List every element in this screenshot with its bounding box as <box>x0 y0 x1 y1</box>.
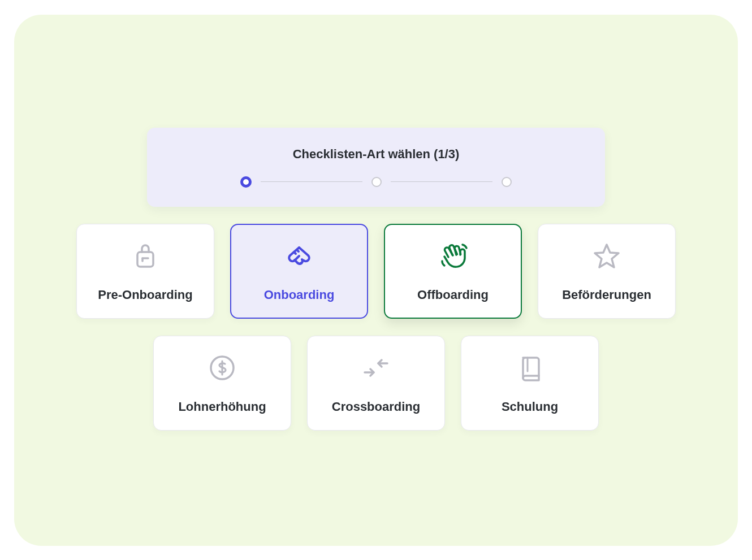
card-training[interactable]: Schulung <box>461 336 599 431</box>
wave-icon <box>437 240 469 272</box>
card-promotions[interactable]: Beförderungen <box>538 224 676 319</box>
step-dot-3[interactable] <box>502 177 512 187</box>
handshake-icon <box>283 240 315 272</box>
step-dot-2[interactable] <box>371 177 382 187</box>
cross-arrows-icon <box>360 352 392 384</box>
card-label: Lohnerhöhung <box>178 400 266 414</box>
svg-rect-0 <box>137 252 153 267</box>
step-dot-1[interactable] <box>240 176 252 188</box>
card-label: Onboarding <box>264 288 335 302</box>
wizard-header-card: Checklisten-Art wählen (1/3) <box>147 128 605 207</box>
star-icon <box>591 240 623 272</box>
card-onboarding[interactable]: Onboarding <box>230 224 368 319</box>
book-icon <box>514 352 546 384</box>
wizard-stepper <box>240 176 512 188</box>
card-salary-increase[interactable]: Lohnerhöhung <box>153 336 291 431</box>
card-offboarding[interactable]: Offboarding <box>384 224 522 319</box>
card-pre-onboarding[interactable]: Pre-Onboarding <box>76 224 214 319</box>
dollar-circle-icon <box>206 352 238 384</box>
step-connector <box>261 181 362 182</box>
card-crossboarding[interactable]: Crossboarding <box>307 336 445 431</box>
cards-row-1: Pre-Onboarding Onboarding <box>76 224 676 319</box>
lock-icon <box>129 240 161 272</box>
canvas-background: Checklisten-Art wählen (1/3) Pre-Onboard… <box>14 15 738 546</box>
card-label: Crossboarding <box>332 400 420 414</box>
card-label: Pre-Onboarding <box>98 288 192 302</box>
wizard-title: Checklisten-Art wählen (1/3) <box>293 147 460 162</box>
card-label: Schulung <box>502 400 558 414</box>
card-label: Offboarding <box>417 288 489 302</box>
step-connector <box>391 181 492 182</box>
cards-row-2: Lohnerhöhung Crossboarding <box>153 336 599 431</box>
card-label: Beförderungen <box>562 288 651 302</box>
